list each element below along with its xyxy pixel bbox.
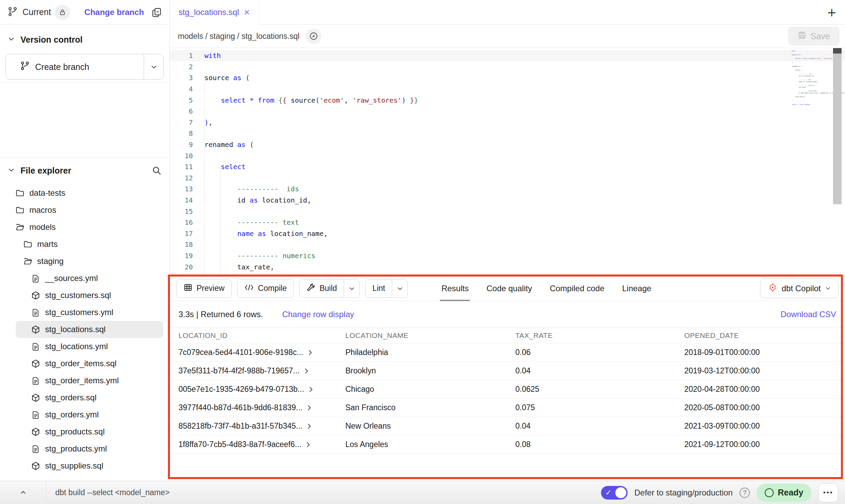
- code-line-12[interactable]: 12: [170, 173, 845, 184]
- code-line-4[interactable]: 4: [170, 84, 845, 95]
- lint-button[interactable]: Lint: [365, 279, 408, 298]
- location-id-text: 7c079cea-5ed4-4101-906e-9198c...: [178, 348, 303, 357]
- file-item-__sources.yml[interactable]: __sources.yml: [6, 270, 163, 287]
- code-line-15[interactable]: 15: [170, 206, 845, 217]
- code-line-1[interactable]: 1with: [170, 50, 845, 61]
- help-icon[interactable]: ?: [740, 488, 750, 498]
- model-icon: [31, 291, 40, 300]
- download-csv-link[interactable]: Download CSV: [780, 310, 836, 319]
- copy-icon[interactable]: [152, 7, 162, 17]
- file-item-marts[interactable]: marts: [6, 236, 163, 253]
- file-item-staging[interactable]: staging: [6, 253, 163, 270]
- current-branch-label: Current: [23, 7, 51, 17]
- file-item-stg_order_items.sql[interactable]: stg_order_items.sql: [6, 355, 163, 372]
- file-item-stg_orders.yml[interactable]: stg_orders.yml: [6, 406, 163, 423]
- row-expand-chevron-icon[interactable]: [307, 405, 311, 411]
- new-tab-button[interactable]: +: [827, 4, 836, 21]
- file-item-data-tests[interactable]: data-tests: [6, 184, 163, 202]
- file-item-stg_products.yml[interactable]: stg_products.yml: [6, 440, 163, 457]
- table-row[interactable]: 1f8ffa70-7cb5-4d83-8a7f-9aceef6...Los An…: [170, 435, 845, 454]
- file-item-stg_customers.yml[interactable]: stg_customers.yml: [6, 304, 163, 321]
- table-row[interactable]: 005e7e1c-1935-4269-b479-0713b...Chicago0…: [170, 380, 845, 399]
- build-button[interactable]: Build: [299, 279, 360, 298]
- preview-button[interactable]: Preview: [176, 279, 232, 298]
- table-row[interactable]: 858218fb-73f7-4b1b-a31f-57b345...New Orl…: [170, 417, 845, 435]
- results-tab-code-quality[interactable]: Code quality: [477, 276, 541, 301]
- file-item-stg_orders.sql[interactable]: stg_orders.sql: [6, 389, 163, 406]
- code-line-10[interactable]: 10: [170, 150, 845, 161]
- code-line-6[interactable]: 6: [170, 106, 845, 117]
- row-expand-chevron-icon[interactable]: [309, 386, 313, 392]
- overflow-menu-button[interactable]: •••: [818, 483, 838, 502]
- file-item-stg_order_items.yml[interactable]: stg_order_items.yml: [6, 372, 163, 389]
- cell-opened-date: 2018-09-01T00:00:00: [684, 348, 845, 357]
- create-branch-button[interactable]: Create branch: [5, 54, 164, 80]
- row-expand-chevron-icon[interactable]: [307, 423, 311, 429]
- row-expand-chevron-icon[interactable]: [308, 350, 312, 356]
- code-line-7[interactable]: 7),: [170, 117, 845, 128]
- close-icon[interactable]: ×: [244, 7, 250, 17]
- statusbar-right: ✓ Defer to staging/production ? Ready ••…: [601, 483, 838, 502]
- table-row[interactable]: 37e5f311-b7f4-4f2f-988b-719657...Brookly…: [170, 362, 845, 380]
- code-line-18[interactable]: 18: [170, 239, 845, 250]
- code-line-9[interactable]: 9renamed as (: [170, 139, 845, 150]
- file-item-stg_locations.sql[interactable]: stg_locations.sql: [16, 321, 163, 338]
- lineage-compass-icon[interactable]: [306, 28, 321, 44]
- editor-scrollbar[interactable]: [833, 48, 842, 204]
- table-row[interactable]: 7c079cea-5ed4-4101-906e-9198c...Philadel…: [170, 343, 845, 362]
- tab-bar: stg_locations.sql × +: [170, 0, 845, 25]
- results-tab-results[interactable]: Results: [432, 276, 477, 301]
- row-expand-chevron-icon[interactable]: [306, 442, 310, 448]
- code-line-16[interactable]: 16 ---------- text: [170, 217, 845, 228]
- file-item-macros[interactable]: macros: [6, 202, 163, 219]
- defer-toggle[interactable]: ✓: [601, 486, 628, 500]
- code-line-3[interactable]: 3source as (: [170, 72, 845, 84]
- version-control-header[interactable]: Version control: [0, 30, 169, 49]
- create-branch-main[interactable]: Create branch: [6, 54, 144, 79]
- cell-location-name: San Francisco: [345, 403, 515, 412]
- change-row-display-link[interactable]: Change row display: [282, 310, 354, 319]
- file-item-models[interactable]: models: [6, 219, 163, 236]
- compile-button[interactable]: Compile: [237, 279, 294, 298]
- code-line-19[interactable]: 19 ---------- numerics: [170, 250, 845, 262]
- location-id-text: 1f8ffa70-7cb5-4d83-8a7f-9aceef6...: [178, 440, 301, 449]
- command-input[interactable]: dbt build --select <model_name>: [55, 488, 170, 497]
- lint-caret[interactable]: [392, 280, 407, 297]
- tab-stg-locations-sql[interactable]: stg_locations.sql ×: [170, 0, 259, 25]
- cell-location-id: 005e7e1c-1935-4269-b479-0713b...: [178, 385, 345, 394]
- results-tab-lineage[interactable]: Lineage: [613, 276, 660, 301]
- results-tab-compiled-code[interactable]: Compiled code: [541, 276, 613, 301]
- dbt-copilot-button[interactable]: dbt Copilot: [760, 279, 839, 298]
- file-item-stg_products.sql[interactable]: stg_products.sql: [6, 423, 163, 440]
- scrollbar-thumb[interactable]: [833, 48, 842, 54]
- code-line-14[interactable]: 14 id as location_id,: [170, 195, 845, 206]
- file-item-label: stg_products.yml: [45, 444, 107, 454]
- file-item-stg_supplies.sql[interactable]: stg_supplies.sql: [6, 457, 163, 474]
- table-row[interactable]: 3977f440-b87d-461b-9dd6-81839...San Fran…: [170, 399, 845, 417]
- line-number: 12: [170, 174, 201, 182]
- change-branch-link[interactable]: Change branch: [84, 8, 144, 17]
- code-line-5[interactable]: 5 select * from {{ source('ecom', 'raw_s…: [170, 94, 845, 106]
- create-branch-caret[interactable]: [144, 54, 163, 79]
- minimap[interactable]: with source as ( select * from {{ source…: [792, 50, 829, 105]
- file-item-stg_customers.sql[interactable]: stg_customers.sql: [6, 287, 163, 304]
- row-expand-chevron-icon[interactable]: [304, 368, 309, 374]
- file-explorer-header[interactable]: File explorer: [0, 158, 169, 183]
- code-editor[interactable]: 1with23source as (45 select * from {{ so…: [170, 48, 845, 276]
- file-item-stg_locations.yml[interactable]: stg_locations.yml: [6, 338, 163, 355]
- code-line-20[interactable]: 20 tax_rate,: [170, 261, 845, 272]
- code-line-13[interactable]: 13 ---------- ids: [170, 183, 845, 195]
- file-icon: [31, 274, 40, 283]
- code-line-11[interactable]: 11 select: [170, 161, 845, 173]
- code-line-17[interactable]: 17 name as location_name,: [170, 228, 845, 239]
- code-line-8[interactable]: 8: [170, 128, 845, 139]
- collapse-panel-button[interactable]: [0, 481, 46, 504]
- build-caret[interactable]: [344, 280, 359, 297]
- search-icon[interactable]: [152, 165, 162, 176]
- code-line-2[interactable]: 2: [170, 61, 845, 73]
- folder-icon: [15, 189, 25, 198]
- cell-tax-rate: 0.06: [515, 348, 684, 357]
- file-icon: [31, 411, 40, 419]
- branch-lock-badge: [55, 5, 70, 20]
- save-button[interactable]: Save: [788, 27, 840, 46]
